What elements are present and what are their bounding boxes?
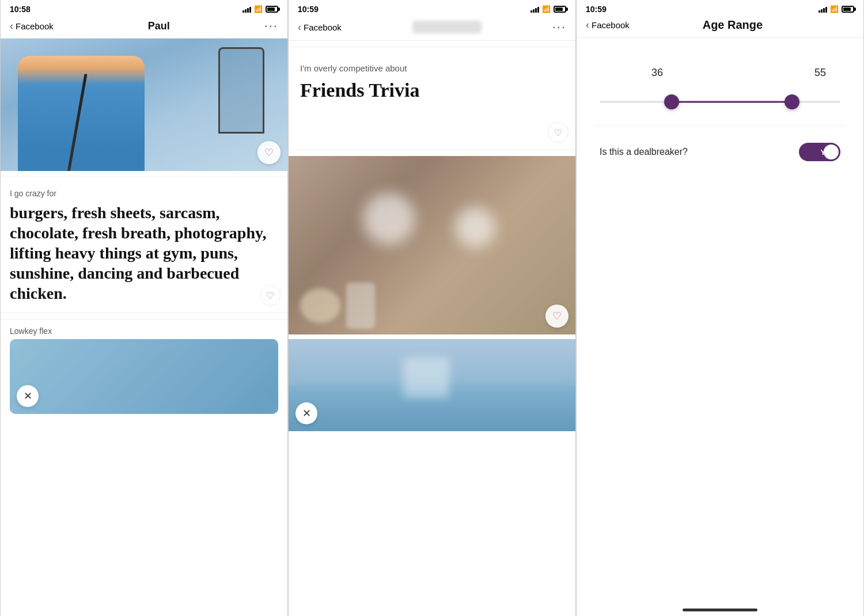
back-label-1: Facebook — [16, 21, 54, 31]
photo-card-1: ♡ — [289, 156, 575, 334]
age-range-slider[interactable] — [600, 90, 840, 113]
bottom-preview-image-1: ✕ — [10, 339, 278, 414]
chevron-left-icon-2: ‹ — [298, 21, 301, 33]
age-range-section: 36 55 Is this a dealbreaker? Yes — [577, 38, 863, 190]
status-bar-1: 10:58 📶 — [1, 0, 287, 16]
age-range-title: Age Range — [630, 18, 836, 32]
range-thumb-max[interactable] — [785, 94, 799, 109]
dealbreaker-toggle[interactable]: Yes — [799, 143, 840, 161]
nav-bar-3: ‹ Facebook Age Range — [577, 16, 863, 38]
dealbreaker-row: Is this a dealbreaker? Yes — [594, 125, 846, 173]
status-icons-3: 📶 — [818, 5, 854, 13]
signal-icon-1 — [242, 6, 251, 13]
more-menu-button-1[interactable]: ··· — [264, 18, 278, 33]
status-icons-1: 📶 — [242, 5, 278, 13]
nav-bar-2: ‹ Facebook ··· — [289, 16, 575, 41]
chevron-left-icon-3: ‹ — [586, 19, 589, 31]
range-thumb-min[interactable] — [664, 94, 679, 109]
status-bar-3: 10:59 📶 — [577, 0, 863, 16]
profile-photo-1: ♡ — [1, 39, 287, 171]
wifi-icon-1: 📶 — [254, 5, 263, 13]
status-bar-2: 10:59 📶 — [289, 0, 575, 16]
like-card-button-1[interactable]: ♡ — [260, 285, 281, 306]
signal-icon-2 — [530, 6, 539, 13]
back-label-3: Facebook — [592, 20, 630, 30]
dealbreaker-label: Is this a dealbreaker? — [600, 147, 688, 157]
wifi-icon-3: 📶 — [830, 5, 839, 13]
signal-icon-3 — [818, 6, 827, 13]
screen-2: 10:59 📶 ‹ Facebook ··· I' — [288, 0, 576, 616]
back-label-2: Facebook — [304, 22, 342, 32]
status-time-2: 10:59 — [298, 5, 319, 14]
back-button-1[interactable]: ‹ Facebook — [10, 20, 54, 32]
more-menu-button-2[interactable]: ··· — [552, 20, 566, 35]
screen-3: 10:59 📶 ‹ Facebook Age Range — [576, 0, 864, 616]
chevron-left-icon-1: ‹ — [10, 20, 13, 32]
crazy-for-content: burgers, fresh sheets, sarcasm, chocolat… — [10, 203, 278, 303]
like-trivia-button[interactable]: ♡ — [548, 122, 569, 143]
battery-icon-2 — [554, 6, 566, 13]
nav-bar-1: ‹ Facebook Paul ··· — [1, 16, 287, 39]
like-photo-button-2[interactable]: ♡ — [545, 305, 569, 328]
lowkey-flex-label: Lowkey flex — [10, 326, 278, 336]
screen-1: 10:58 📶 ‹ Facebook Paul ··· — [0, 0, 288, 616]
battery-icon-3 — [842, 6, 854, 13]
like-photo-button-1[interactable]: ♡ — [257, 141, 281, 164]
close-button-1[interactable]: ✕ — [17, 385, 39, 407]
range-track-active — [672, 101, 792, 103]
close-button-2[interactable]: ✕ — [295, 402, 317, 424]
wifi-icon-2: 📶 — [542, 5, 551, 13]
trivia-card: I'm overly competitive about Friends Tri… — [289, 47, 575, 150]
back-button-3[interactable]: ‹ Facebook — [586, 19, 630, 31]
age-max-label: 55 — [814, 67, 826, 79]
back-button-2[interactable]: ‹ Facebook — [298, 21, 342, 33]
status-icons-2: 📶 — [530, 5, 566, 13]
battery-icon-1 — [266, 6, 278, 13]
status-time-1: 10:58 — [10, 5, 31, 14]
trivia-label: I'm overly competitive about — [300, 63, 564, 73]
photo-bottom-preview: ✕ — [289, 339, 575, 431]
age-min-label: 36 — [651, 67, 663, 79]
crazy-for-label: I go crazy for — [10, 189, 278, 198]
status-time-3: 10:59 — [586, 5, 607, 14]
profile-name-1: Paul — [148, 20, 170, 32]
bottom-preview-1: Lowkey flex ✕ — [1, 319, 287, 419]
toggle-knob — [824, 145, 839, 159]
crazy-for-card: I go crazy for burgers, fresh sheets, sa… — [1, 177, 287, 313]
username-blurred — [412, 21, 482, 33]
age-labels: 36 55 — [594, 67, 846, 79]
trivia-title: Friends Trivia — [300, 79, 564, 102]
home-indicator-3 — [683, 609, 757, 611]
